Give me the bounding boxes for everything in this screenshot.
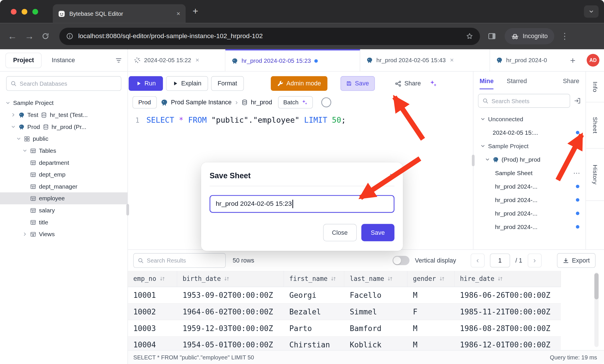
chevron-right-icon[interactable] bbox=[22, 232, 27, 236]
table-row[interactable]: 10002 1964-06-02T00:00:00Z Bezalel Simme… bbox=[128, 304, 561, 320]
more-actions-icon[interactable]: ⋯ bbox=[573, 169, 580, 177]
filter-icon[interactable] bbox=[115, 57, 122, 64]
side-panel-icon[interactable] bbox=[488, 32, 496, 40]
sheet-item[interactable]: hr_prod 2024-... bbox=[474, 193, 586, 207]
sort-icon[interactable] bbox=[224, 276, 230, 282]
reload-button[interactable] bbox=[42, 32, 49, 40]
window-close-button[interactable] bbox=[11, 9, 17, 14]
tab-project[interactable]: Project bbox=[5, 52, 42, 68]
export-button[interactable]: Export bbox=[557, 253, 596, 268]
tab-close-icon[interactable]: × bbox=[176, 10, 180, 17]
page-number-box[interactable] bbox=[490, 253, 510, 267]
assistant-circle-icon[interactable] bbox=[321, 97, 331, 107]
connection-item[interactable]: (Prod) hr_prod bbox=[474, 153, 586, 166]
back-button[interactable]: ← bbox=[8, 31, 17, 42]
sheet-item[interactable]: hr_prod 2024-... bbox=[474, 207, 586, 220]
explain-button[interactable]: Explain bbox=[166, 76, 208, 91]
save-button[interactable]: Save bbox=[341, 76, 375, 91]
sheet-tab-3[interactable]: hr_prod 2024-02-05 15:43 × bbox=[360, 49, 490, 71]
database-search-input[interactable] bbox=[20, 80, 117, 87]
sort-icon[interactable] bbox=[439, 276, 445, 282]
dialog-close-icon[interactable]: × bbox=[390, 171, 394, 180]
close-icon[interactable]: × bbox=[195, 56, 199, 64]
sheet-search[interactable] bbox=[478, 94, 570, 108]
bookmark-star-icon[interactable] bbox=[466, 33, 473, 40]
tab-search-button[interactable] bbox=[584, 5, 599, 18]
tree-item-table-salary[interactable]: salary bbox=[0, 204, 128, 216]
browser-tab[interactable]: Bytebase SQL Editor × bbox=[53, 4, 186, 23]
tree-item-table-department[interactable]: department bbox=[0, 156, 128, 169]
grid-scrollbar[interactable] bbox=[594, 272, 599, 347]
next-page-button[interactable]: › bbox=[528, 253, 541, 267]
prev-page-button[interactable]: ‹ bbox=[471, 253, 484, 267]
sheet-name-input[interactable]: hr_prod 2024-02-05 15:23 bbox=[210, 195, 395, 213]
sheet-item[interactable]: Sample Sheet ⋯ bbox=[474, 166, 586, 180]
sql-editor[interactable]: 1 SELECT * FROM "public"."employee" LIMI… bbox=[128, 116, 473, 125]
vertical-display-toggle[interactable] bbox=[393, 256, 410, 265]
panel-resize-handle[interactable] bbox=[472, 155, 474, 166]
group-sample-project[interactable]: Sample Project bbox=[474, 139, 586, 153]
chevron-down-icon[interactable] bbox=[11, 124, 16, 129]
table-row[interactable]: 10004 1954-05-01T00:00:00Z Chirstian Kob… bbox=[128, 337, 561, 350]
tab-mine[interactable]: Mine bbox=[480, 78, 494, 89]
window-zoom-button[interactable] bbox=[32, 9, 38, 14]
rail-tab-sheet[interactable]: Sheet bbox=[586, 102, 604, 148]
share-button[interactable]: Share bbox=[393, 76, 422, 91]
sheet-item[interactable]: hr_prod 2024-... bbox=[474, 180, 586, 193]
column-header[interactable]: birth_date bbox=[177, 271, 284, 287]
user-avatar[interactable]: AD bbox=[587, 54, 599, 66]
sheet-search-input[interactable] bbox=[492, 97, 566, 104]
scrollbar-thumb[interactable] bbox=[594, 273, 599, 299]
tree-item-views[interactable]: Views bbox=[0, 228, 128, 240]
tree-item-prod-db[interactable]: Prod hr_prod (Pr... bbox=[0, 121, 128, 133]
tab-instance[interactable]: Instance bbox=[52, 57, 75, 64]
ai-sparkles-icon[interactable] bbox=[429, 80, 437, 87]
database-crumb[interactable]: hr_prod bbox=[241, 99, 272, 106]
tree-item-test-db[interactable]: Test hr_test (Test... bbox=[0, 109, 128, 121]
chevron-down-icon[interactable] bbox=[22, 148, 27, 153]
results-search[interactable] bbox=[133, 253, 226, 268]
chevron-down-icon[interactable] bbox=[16, 136, 21, 141]
rail-tab-info[interactable]: Info bbox=[586, 72, 604, 102]
sheet-tab-1[interactable]: 2024-02-05 15:22 × bbox=[128, 49, 225, 71]
column-header[interactable]: first_name bbox=[284, 271, 344, 287]
chevron-down-icon[interactable] bbox=[485, 157, 490, 162]
column-header[interactable]: gender bbox=[408, 271, 455, 287]
add-sheet-button[interactable]: + bbox=[570, 55, 576, 66]
table-row[interactable]: 10003 1959-12-03T00:00:00Z Parto Bamford… bbox=[128, 320, 561, 337]
instance-crumb[interactable]: Prod Sample Instance bbox=[161, 99, 232, 106]
site-info-icon[interactable] bbox=[66, 33, 73, 40]
results-search-input[interactable] bbox=[147, 257, 222, 264]
column-header[interactable]: last_name bbox=[344, 271, 408, 287]
sort-icon[interactable] bbox=[498, 276, 503, 282]
tree-item-table-employee[interactable]: employee bbox=[0, 192, 128, 204]
batch-button[interactable]: Batch bbox=[278, 96, 313, 109]
group-unconnected[interactable]: Unconnected bbox=[474, 112, 586, 126]
rail-tab-history[interactable]: History bbox=[586, 148, 604, 201]
sort-icon[interactable] bbox=[387, 276, 393, 282]
sheet-item[interactable]: 2024-02-05 15:... bbox=[474, 126, 586, 139]
sheet-tab-4[interactable]: hr_prod 2024-0 bbox=[490, 49, 567, 71]
close-icon[interactable]: × bbox=[450, 56, 454, 64]
tree-item-project[interactable]: Sample Project bbox=[0, 97, 128, 109]
tab-starred[interactable]: Starred bbox=[507, 78, 527, 85]
format-button[interactable]: Format bbox=[211, 76, 244, 91]
column-header[interactable]: emp_no bbox=[128, 271, 177, 287]
page-number-input[interactable] bbox=[490, 257, 510, 264]
sheet-tab-2-active[interactable]: hr_prod 2024-02-05 15:23 bbox=[225, 49, 360, 71]
sort-icon[interactable] bbox=[331, 276, 336, 282]
tree-item-table-dept-manager[interactable]: dept_manager bbox=[0, 181, 128, 193]
sort-icon[interactable] bbox=[159, 276, 165, 282]
run-button[interactable]: Run bbox=[129, 76, 163, 91]
chevron-right-icon[interactable] bbox=[11, 112, 16, 117]
chevron-down-icon[interactable] bbox=[480, 144, 485, 148]
column-header[interactable]: hire_date bbox=[455, 271, 561, 287]
tree-item-table-dept-emp[interactable]: dept_emp bbox=[0, 169, 128, 181]
sheet-item[interactable]: hr_prod 2024-... bbox=[474, 220, 586, 234]
import-sheet-icon[interactable] bbox=[574, 97, 581, 104]
sidebar-resize-handle[interactable] bbox=[126, 204, 129, 216]
chevron-down-icon[interactable] bbox=[480, 117, 485, 122]
dialog-save-button[interactable]: Save bbox=[361, 224, 394, 241]
table-row[interactable]: 10001 1953-09-02T00:00:00Z Georgi Facell… bbox=[128, 287, 561, 304]
dialog-close-button[interactable]: Close bbox=[323, 224, 356, 241]
